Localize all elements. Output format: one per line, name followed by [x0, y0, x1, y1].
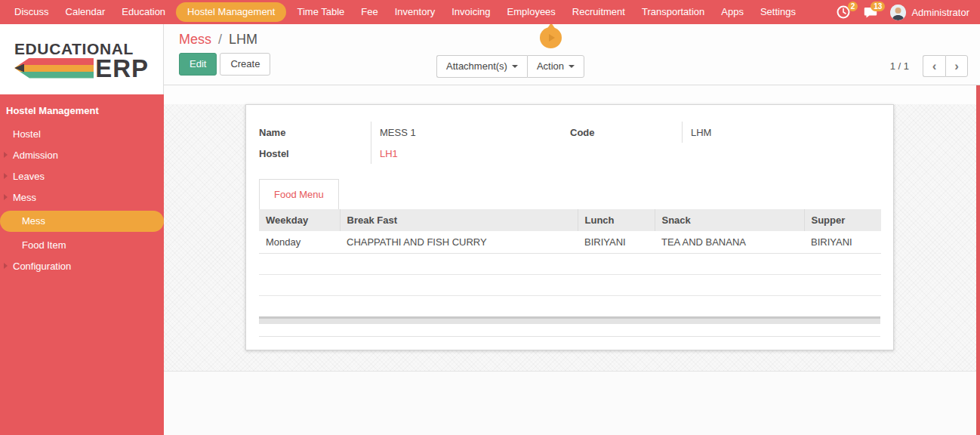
content-top-gap: [164, 85, 980, 104]
column-header-supper[interactable]: Supper: [804, 209, 881, 231]
nav-item-settings[interactable]: Settings: [752, 0, 804, 24]
sidebar-item-leaves[interactable]: Leaves: [0, 166, 164, 187]
user-name: Administrator: [911, 7, 969, 18]
nav-item-employees[interactable]: Employees: [499, 0, 564, 24]
empty-table-row: [259, 324, 880, 337]
logo-text-erp: ERP: [95, 58, 149, 79]
name-field-value[interactable]: MESS 1: [371, 122, 559, 143]
cell-breakfast: CHAPPATHI AND FISH CURRY: [340, 231, 578, 254]
nav-item-inventory[interactable]: Inventory: [387, 0, 443, 24]
empty-table-row: [259, 275, 881, 296]
form-view-background: Name MESS 1 Hostel LH1 Code LHM Food Men…: [164, 104, 980, 371]
top-navbar: Discuss Calendar Education Hostel Manage…: [0, 0, 980, 24]
sidebar-item-mess-group[interactable]: Mess: [0, 187, 164, 208]
chevron-right-icon: [4, 194, 8, 200]
nav-item-fee[interactable]: Fee: [353, 0, 386, 24]
sidebar-heading: Hostel Management: [0, 99, 164, 124]
app-logo[interactable]: EDUCATIONAL ERP: [0, 24, 164, 94]
main-area: Mess / LHM Edit Create Attachment(s) Act…: [164, 24, 980, 435]
sidebar-item-hostel[interactable]: Hostel: [0, 124, 164, 145]
column-header-weekday[interactable]: Weekday: [259, 209, 340, 231]
nav-item-discuss[interactable]: Discuss: [6, 0, 57, 24]
pencil-logo-icon: [14, 58, 94, 79]
chatter-area: [164, 371, 980, 434]
empty-table-row: [259, 254, 881, 275]
form-sheet: Name MESS 1 Hostel LH1 Code LHM Food Men…: [245, 104, 894, 350]
cell-supper: BIRIYANI: [804, 231, 881, 254]
left-column: EDUCATIONAL ERP Hostel Management Hostel…: [0, 24, 164, 435]
user-avatar: [890, 5, 906, 20]
sidebar-item-mess[interactable]: Mess: [0, 211, 164, 232]
control-panel: Mess / LHM Edit Create Attachment(s) Act…: [164, 24, 980, 85]
column-header-snack[interactable]: Snack: [655, 209, 804, 231]
tab-food-menu[interactable]: Food Menu: [259, 179, 339, 209]
chevron-right-icon: [4, 173, 8, 179]
chevron-right-icon: [4, 152, 8, 158]
caret-down-icon: [512, 65, 518, 68]
column-header-lunch[interactable]: Lunch: [578, 209, 655, 231]
food-menu-table: Weekday Break Fast Lunch Snack Supper Mo…: [259, 209, 881, 296]
attachments-dropdown-button[interactable]: Attachment(s): [436, 55, 527, 78]
sidebar-item-admission[interactable]: Admission: [0, 145, 164, 166]
cell-snack: TEA AND BANANA: [655, 231, 804, 254]
cell-weekday: Monday: [259, 231, 340, 254]
sidebar-item-configuration[interactable]: Configuration: [0, 256, 164, 277]
sidebar: Hostel Management Hostel Admission Leave…: [0, 94, 164, 435]
table-header-row: Weekday Break Fast Lunch Snack Supper: [259, 209, 881, 231]
create-button[interactable]: Create: [220, 53, 270, 76]
breadcrumb-parent-link[interactable]: Mess: [179, 32, 211, 47]
edit-button[interactable]: Edit: [179, 53, 217, 76]
pager-previous-button[interactable]: ‹: [923, 55, 945, 77]
code-field-label: Code: [570, 122, 682, 143]
caret-down-icon: [569, 65, 575, 68]
action-button-group: Attachment(s) Action: [436, 55, 584, 78]
user-menu[interactable]: Administrator: [890, 5, 969, 20]
activity-clock-icon[interactable]: 2: [836, 5, 851, 20]
sidebar-item-food-item[interactable]: Food Item: [0, 235, 164, 256]
systray: 2 13 Administrator: [836, 5, 980, 20]
pager-counter: 1 / 1: [890, 60, 909, 72]
nav-item-hostel-management[interactable]: Hostel Management: [176, 2, 286, 22]
nav-item-education[interactable]: Education: [113, 0, 174, 24]
column-header-breakfast[interactable]: Break Fast: [340, 209, 578, 231]
hostel-field-value-link[interactable]: LH1: [371, 143, 559, 164]
hostel-field-label: Hostel: [259, 143, 371, 164]
nav-item-time-table[interactable]: Time Table: [288, 0, 353, 24]
form-fields: Name MESS 1 Hostel LH1 Code LHM: [259, 122, 880, 164]
play-icon: [549, 34, 555, 42]
breadcrumb: Mess / LHM: [179, 30, 968, 48]
nav-item-invoicing[interactable]: Invoicing: [443, 0, 498, 24]
nav-item-transportation[interactable]: Transportation: [633, 0, 713, 24]
code-field-value[interactable]: LHM: [682, 122, 880, 143]
nav-item-recruitment[interactable]: Recruitment: [564, 0, 633, 24]
notebook: Food Menu Weekday Break Fast Lunch Snack…: [259, 179, 880, 337]
pager-next-button[interactable]: ›: [945, 55, 968, 77]
chevron-right-icon: [4, 263, 8, 269]
cell-lunch: BIRIYANI: [578, 231, 655, 254]
onboarding-drop-indicator[interactable]: [540, 24, 562, 48]
record-pager: 1 / 1 ‹ ›: [890, 55, 968, 77]
messages-bubble-icon[interactable]: 13: [863, 5, 878, 20]
breadcrumb-separator: /: [215, 32, 225, 47]
nav-item-apps[interactable]: Apps: [713, 0, 752, 24]
activity-count-badge: 2: [848, 2, 858, 11]
breadcrumb-current: LHM: [229, 32, 257, 47]
name-field-label: Name: [259, 122, 371, 143]
table-row[interactable]: Monday CHAPPATHI AND FISH CURRY BIRIYANI…: [259, 231, 881, 254]
page-scrollbar[interactable]: [976, 85, 980, 435]
message-count-badge: 13: [871, 2, 885, 11]
nav-item-calendar[interactable]: Calendar: [57, 0, 114, 24]
action-dropdown-button[interactable]: Action: [527, 55, 584, 78]
